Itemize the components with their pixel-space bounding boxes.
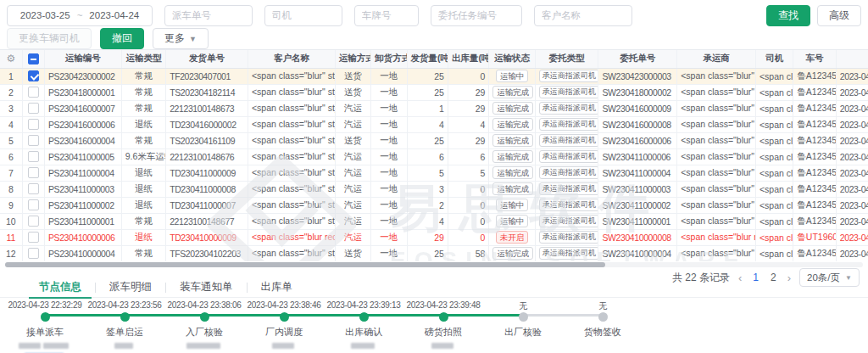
select-all-checkbox[interactable] [28, 53, 39, 64]
status-badge: 运输完成 [492, 166, 533, 179]
more-button[interactable]: 更多▼ [153, 28, 209, 49]
step-dot-icon [280, 312, 289, 322]
driver-input[interactable] [264, 5, 342, 26]
transport-mode: 汽运 [335, 165, 370, 181]
table-row[interactable]: 8PS230411000003退纸TD230411000008<span cla… [0, 181, 868, 197]
plate-no: 鲁A12345 [793, 165, 836, 181]
out-qty: 0 [448, 197, 488, 213]
transport-no: PS230416000007 [44, 100, 121, 116]
out-qty: 58 [448, 245, 488, 261]
table-row[interactable]: 10PS230411000001常规22123100148677<span cl… [0, 213, 868, 229]
customer-name-input[interactable] [534, 5, 632, 26]
step-operator [324, 341, 403, 350]
date-start: 2023-03-25 [20, 10, 70, 20]
table-row[interactable]: 6PS2304110000059.6米车运输22123100148676<spa… [0, 148, 868, 165]
table-row[interactable]: 1PS230423000002常规TF20230407001<span clas… [0, 68, 868, 84]
row-checkbox[interactable] [28, 70, 39, 81]
entrust-type-badge: 承运商指派司机 [539, 150, 598, 163]
status-badge: 运输完成 [492, 134, 533, 147]
ship-qty: 29 [407, 229, 448, 245]
out-qty: 29 [448, 100, 488, 116]
ship-qty: 25 [407, 132, 448, 148]
table-row[interactable]: 9PS230411000002退纸TD230411000007<span cla… [0, 197, 868, 213]
table-row[interactable]: 4PS230416000006退纸TD230416000002<span cla… [0, 116, 868, 132]
carrier: <span class="blur" style="width:34px"></… [677, 100, 756, 116]
row-checkbox[interactable] [28, 248, 39, 259]
transport-type: 9.6米车运输 [121, 148, 165, 165]
unload-mode: 一地 [371, 213, 407, 229]
unload-mode: 一地 [371, 68, 407, 84]
unload-mode: 一地 [371, 116, 407, 132]
row-checkbox[interactable] [28, 103, 39, 114]
gear-icon[interactable]: ⚙ [6, 53, 15, 64]
tab-2[interactable]: 派车明细 [96, 277, 165, 298]
plate-no: 鲁A12345 [793, 148, 836, 165]
step-label: 接单派车 [5, 326, 85, 339]
customer-name: <span class="blur" style="width:68px"></… [248, 100, 335, 116]
row-checkbox[interactable] [28, 216, 39, 227]
transport-mode: 送货 [335, 84, 370, 100]
status-badge: 运输中 [496, 70, 529, 82]
table-row[interactable]: 3PS230416000007常规22123100148673<span cla… [0, 100, 868, 116]
filter-actions: 查找 高级 [766, 5, 861, 26]
transport-type: 常规 [121, 100, 165, 116]
driver: <span class="blur redb" style="width:30p… [755, 229, 793, 245]
dispatch-no-input[interactable] [164, 5, 253, 26]
row-index: 2 [0, 84, 22, 100]
table-row[interactable]: 5PS230416000004常规TS202304161109<span cla… [0, 132, 868, 148]
table-row[interactable]: 11PS230410000006退纸TD230410000009<span cl… [0, 229, 868, 245]
withdraw-button[interactable]: 撤回 [100, 28, 144, 49]
entrust-task-no-input[interactable] [431, 5, 522, 26]
plate-no-input[interactable] [354, 5, 419, 26]
tms-dispatch-page: 2023-03-25 ~ 2023-04-24 查找 高级 更换车辆司机 撤回 … [0, 0, 868, 353]
entrust-no: SW230411000003 [598, 181, 677, 197]
date-range-picker[interactable]: 2023-03-25 ~ 2023-04-24 [7, 5, 153, 26]
date-separator: ~ [77, 10, 83, 20]
horizontal-scrollbar-thumb[interactable] [5, 262, 605, 267]
column-header: 委托单号 [598, 50, 677, 68]
action-bar: 更换车辆司机 撤回 更多▼ [7, 28, 209, 49]
customer-name: <span class="blur" style="width:46px"></… [248, 213, 335, 229]
entrust-no: SW230416000006 [598, 132, 677, 148]
row-checkbox[interactable] [28, 183, 39, 194]
delivery-no: 22123100148677 [166, 213, 248, 229]
tab-1[interactable]: 节点信息 [25, 277, 95, 298]
tab-3[interactable]: 装车通知单 [166, 277, 247, 298]
row-checkbox[interactable] [28, 167, 39, 178]
carrier: <span class="blur" style="width:34px"></… [677, 245, 756, 261]
change-vehicle-driver-button[interactable]: 更换车辆司机 [7, 28, 92, 49]
column-header: 发货量(吨) [407, 50, 448, 68]
table-row[interactable]: 12PS230410000004常规TFS202304102203<span c… [0, 245, 868, 261]
step-time: 2023-04-23 23:38:06 [164, 300, 244, 311]
status-badge: 运输中 [496, 215, 529, 227]
unload-mode: 一地 [371, 132, 407, 148]
customer-name: <span class="blur" style="width:38px"></… [248, 197, 335, 213]
step-operator [85, 341, 164, 350]
row-index: 5 [0, 132, 22, 148]
delivery-no: TS202304182114 [166, 84, 248, 100]
row-checkbox[interactable] [28, 232, 39, 243]
transport-type: 退纸 [121, 197, 165, 213]
row-checkbox[interactable] [28, 135, 39, 146]
transport-type: 常规 [121, 132, 165, 148]
row-checkbox[interactable] [28, 87, 39, 98]
entrust-no: SW230410000004 [598, 245, 677, 261]
entrust-no: SW230418000002 [598, 84, 677, 100]
entrust-type-badge: 承运商指派司机 [539, 166, 598, 179]
ship-qty: 2 [407, 197, 448, 213]
tab-4[interactable]: 出库单 [248, 277, 307, 298]
table-row[interactable]: 7PS230411000004退纸TD230411000009<span cla… [0, 165, 868, 181]
table-row[interactable]: 2PS230418000001常规TS202304182114<span cla… [0, 84, 868, 100]
timeline-step-7: 无出厂核验 [483, 300, 563, 341]
plate-no: 鲁A12345 [793, 245, 836, 261]
delivery-no: TS202304161109 [166, 132, 248, 148]
customer-name: <span class="blur" style="width:60px"></… [248, 132, 335, 148]
row-checkbox[interactable] [28, 199, 39, 210]
transport-no: PS230410000004 [44, 245, 121, 261]
step-label: 出厂核验 [483, 326, 563, 339]
row-checkbox[interactable] [28, 119, 39, 130]
ship-qty: 4 [407, 116, 448, 132]
advanced-button[interactable]: 高级 [817, 5, 861, 26]
search-button[interactable]: 查找 [766, 5, 810, 26]
row-checkbox[interactable] [28, 151, 39, 162]
